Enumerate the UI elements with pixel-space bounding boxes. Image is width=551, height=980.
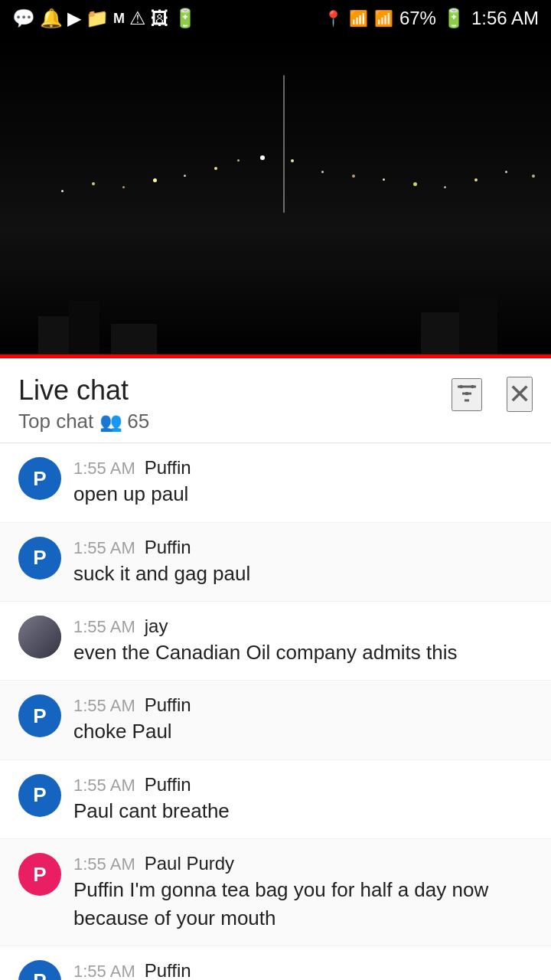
chat-subtitle: Top chat 👥 65 — [18, 410, 149, 433]
message-body: 1:55 AM Puffin suck it and gag paul — [73, 537, 533, 587]
message-author: Puffin — [145, 694, 191, 716]
message-time: 1:55 AM — [73, 459, 135, 479]
chat-title: Live chat — [18, 374, 149, 407]
youtube-icon: ▶ — [67, 8, 81, 29]
message-time: 1:55 AM — [73, 776, 135, 795]
message-time: 1:55 AM — [73, 696, 135, 716]
video-content — [0, 37, 551, 358]
video-player[interactable] — [0, 37, 551, 358]
live-chat-panel: Live chat Top chat 👥 65 ✕ — [0, 358, 551, 980]
clock: 1:56 AM — [471, 8, 539, 29]
message-body: 1:55 AM Puffin Paul cant breathe — [73, 774, 533, 825]
filter-button[interactable] — [452, 378, 482, 411]
chat-header-actions: ✕ — [452, 377, 533, 412]
chat-mode-label[interactable]: Top chat — [18, 410, 93, 433]
svg-point-3 — [459, 384, 463, 388]
avatar: P — [18, 694, 61, 737]
message-time: 1:55 AM — [73, 962, 135, 980]
message-icon: 💬 — [12, 8, 35, 29]
message-author: Puffin — [145, 457, 191, 479]
battery-low-icon: 🔋 — [174, 8, 197, 29]
notification-icon: 🔔 — [40, 8, 63, 29]
viewer-count: 👥 65 — [99, 410, 149, 433]
message-meta: 1:55 AM Puffin — [73, 694, 533, 716]
message-text: Paul cant breathe — [73, 797, 533, 825]
chat-message: P 1:55 AM Puffin choke Paul — [0, 681, 551, 760]
system-status: 📍 📶 📶 67% 🔋 1:56 AM — [324, 8, 539, 29]
message-text: choke Paul — [73, 717, 533, 745]
message-author: Puffin — [145, 960, 191, 980]
svg-point-5 — [471, 384, 474, 388]
message-body: 1:55 AM Puffin choke Paul — [73, 694, 533, 745]
avatar: P — [18, 457, 61, 500]
battery-percent: 67% — [399, 8, 436, 29]
chat-message: P 1:55 AM Puffin open up paul — [0, 443, 551, 522]
message-body: 1:55 AM Puffin too much cock for Paul — [73, 960, 533, 980]
chat-message: P 1:55 AM Puffin suck it and gag paul — [0, 523, 551, 602]
m-icon: M — [113, 11, 125, 27]
message-time: 1:55 AM — [73, 538, 135, 558]
message-meta: 1:55 AM Paul Purdy — [73, 853, 533, 874]
chat-messages-list: P 1:55 AM Puffin open up paul P 1:55 AM … — [0, 443, 551, 980]
message-text: open up paul — [73, 480, 533, 508]
message-time: 1:55 AM — [73, 854, 135, 874]
avatar: P — [18, 853, 61, 896]
wifi-icon: 📶 — [349, 9, 368, 28]
image-icon: 🖼 — [151, 8, 169, 29]
folder-icon: 📁 — [86, 8, 109, 29]
close-chat-button[interactable]: ✕ — [507, 377, 533, 412]
message-meta: 1:55 AM Puffin — [73, 537, 533, 558]
chat-message: P 1:55 AM Puffin too much cock for Paul — [0, 946, 551, 980]
svg-point-4 — [465, 391, 469, 395]
chat-header-info: Live chat Top chat 👥 65 — [18, 374, 149, 433]
message-meta: 1:55 AM Puffin — [73, 960, 533, 980]
chat-header: Live chat Top chat 👥 65 ✕ — [0, 358, 551, 443]
chat-message: 1:55 AM jay even the Canadian Oil compan… — [0, 602, 551, 681]
message-meta: 1:55 AM Puffin — [73, 457, 533, 479]
chat-message: P 1:55 AM Puffin Paul cant breathe — [0, 760, 551, 839]
message-author: jay — [145, 616, 168, 637]
status-bar: 💬 🔔 ▶ 📁 M ⚠ 🖼 🔋 📍 📶 📶 67% 🔋 1:56 AM — [0, 0, 551, 37]
message-text: suck it and gag paul — [73, 560, 533, 587]
message-author: Puffin — [145, 774, 191, 795]
location-icon: 📍 — [324, 9, 343, 28]
message-body: 1:55 AM jay even the Canadian Oil compan… — [73, 616, 533, 666]
battery-icon: 🔋 — [442, 8, 465, 29]
avatar: P — [18, 537, 61, 580]
message-text: even the Canadian Oil company admits thi… — [73, 639, 533, 666]
message-body: 1:55 AM Paul Purdy Puffin I'm gonna tea … — [73, 853, 533, 932]
message-meta: 1:55 AM Puffin — [73, 774, 533, 795]
message-author: Paul Purdy — [145, 853, 234, 874]
message-author: Puffin — [145, 537, 191, 558]
avatar — [18, 616, 61, 658]
avatar: P — [18, 774, 61, 817]
signal-icon: 📶 — [374, 9, 393, 28]
viewer-number: 65 — [127, 410, 149, 433]
progress-bar[interactable] — [0, 354, 551, 358]
message-time: 1:55 AM — [73, 617, 135, 637]
avatar: P — [18, 960, 61, 980]
viewers-icon: 👥 — [99, 411, 122, 433]
message-body: 1:55 AM Puffin open up paul — [73, 457, 533, 508]
notification-icons: 💬 🔔 ▶ 📁 M ⚠ 🖼 🔋 — [12, 8, 197, 29]
alert-icon: ⚠ — [129, 8, 146, 29]
message-meta: 1:55 AM jay — [73, 616, 533, 637]
chat-message: P 1:55 AM Paul Purdy Puffin I'm gonna te… — [0, 839, 551, 946]
message-text: Puffin I'm gonna tea bag you for half a … — [73, 876, 533, 932]
